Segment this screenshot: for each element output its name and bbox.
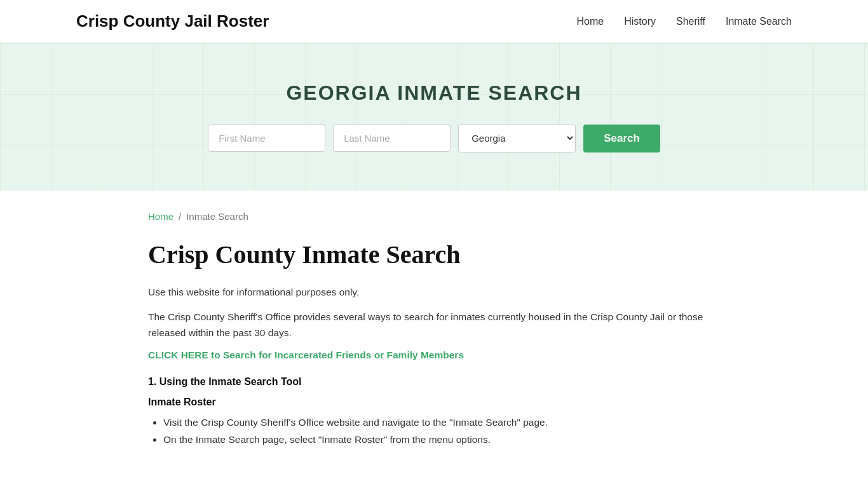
nav-sheriff[interactable]: Sheriff [676, 16, 705, 27]
intro-paragraph-1: Use this website for informational purpo… [148, 285, 720, 301]
breadcrumb-separator: / [179, 211, 181, 222]
bullet-item-1: Visit the Crisp County Sheriff's Office … [163, 414, 720, 431]
hero-title: GEORGIA INMATE SEARCH [13, 81, 855, 105]
last-name-input[interactable] [333, 125, 451, 152]
site-logo[interactable]: Crisp County Jail Roster [76, 11, 269, 31]
first-name-input[interactable] [208, 125, 325, 152]
site-header: Crisp County Jail Roster Home History Sh… [0, 0, 868, 43]
breadcrumb-current: Inmate Search [186, 211, 248, 222]
breadcrumb-home[interactable]: Home [148, 211, 173, 222]
main-content: Home / Inmate Search Crisp County Inmate… [72, 191, 796, 488]
inmate-roster-list: Visit the Crisp County Sheriff's Office … [163, 414, 720, 448]
nav-history[interactable]: History [624, 16, 656, 27]
breadcrumb: Home / Inmate Search [148, 211, 720, 222]
state-select[interactable]: Georgia Alabama Florida Tennessee South … [458, 124, 576, 152]
page-title: Crisp County Inmate Search [148, 240, 720, 269]
main-nav: Home History Sheriff Inmate Search [577, 16, 792, 27]
intro-paragraph-2: The Crisp County Sheriff's Office provid… [148, 309, 720, 341]
bullet-item-2: On the Inmate Search page, select "Inmat… [163, 431, 720, 448]
inmate-roster-subheading: Inmate Roster [148, 396, 720, 408]
nav-home[interactable]: Home [577, 16, 604, 27]
hero-section: GEORGIA INMATE SEARCH Georgia Alabama Fl… [0, 43, 868, 191]
search-form: Georgia Alabama Florida Tennessee South … [13, 124, 855, 152]
incarcerated-search-link[interactable]: CLICK HERE to Search for Incarcerated Fr… [148, 349, 464, 361]
section1-heading: 1. Using the Inmate Search Tool [148, 376, 720, 388]
search-button[interactable]: Search [583, 125, 660, 152]
nav-inmate-search[interactable]: Inmate Search [726, 16, 792, 27]
